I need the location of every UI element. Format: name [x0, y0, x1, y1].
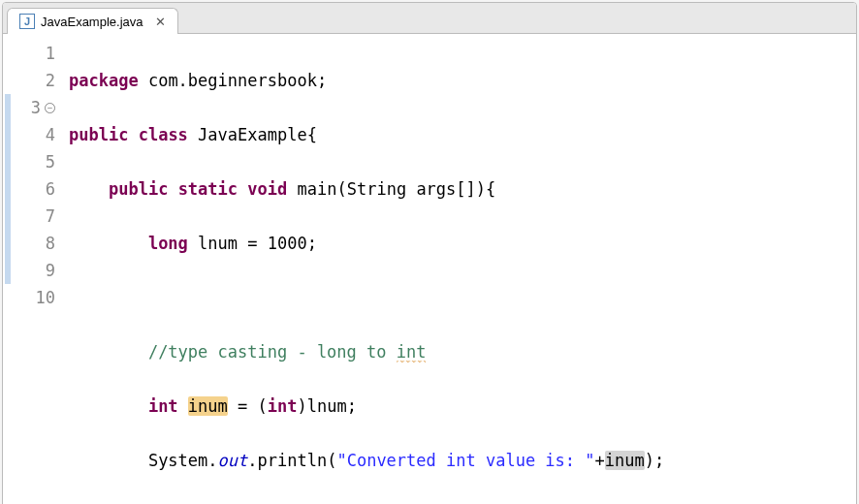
line-gutter: 1 2 3− 4 5 6 7 8 9 10: [3, 40, 65, 504]
code-area[interactable]: 1 2 3− 4 5 6 7 8 9 10 package com.beginn…: [3, 34, 856, 504]
close-icon[interactable]: ✕: [155, 15, 166, 29]
editor-tab-label: JavaExample.java: [41, 15, 143, 29]
editor-pane: J JavaExample.java ✕ 1 2 3− 4 5 6 7 8 9 …: [2, 2, 857, 504]
editor-tab-bar: J JavaExample.java ✕: [3, 3, 856, 34]
java-file-icon: J: [19, 14, 35, 29]
editor-tab-javaexample[interactable]: J JavaExample.java ✕: [7, 8, 178, 34]
code-text[interactable]: package com.beginnersbook; public class …: [65, 40, 856, 504]
fold-toggle-icon[interactable]: −: [45, 103, 55, 113]
